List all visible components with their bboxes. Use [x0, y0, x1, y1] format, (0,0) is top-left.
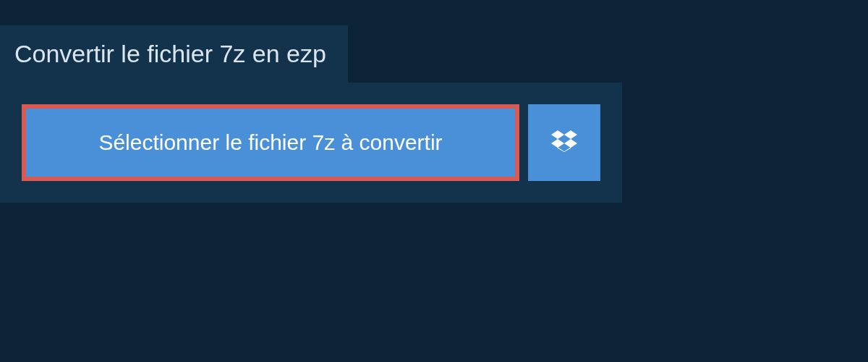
tab-header: Convertir le fichier 7z en ezp [0, 25, 348, 83]
dropbox-button[interactable] [528, 104, 600, 181]
select-file-label: Sélectionner le fichier 7z à convertir [98, 130, 442, 155]
dropbox-icon [551, 128, 577, 157]
button-row: Sélectionner le fichier 7z à convertir [22, 104, 600, 181]
select-file-button[interactable]: Sélectionner le fichier 7z à convertir [22, 104, 519, 181]
upload-panel: Sélectionner le fichier 7z à convertir [0, 83, 622, 203]
page-title: Convertir le fichier 7z en ezp [14, 40, 326, 68]
